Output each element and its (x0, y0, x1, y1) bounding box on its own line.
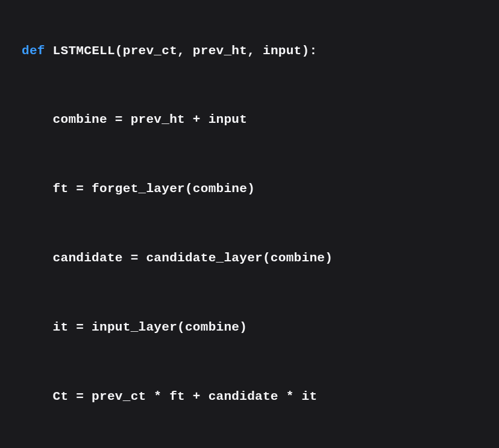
function-signature: LSTMCELL(prev_ct, prev_ht, input): (45, 44, 318, 58)
line-combine: combine = prev_ht + input (22, 110, 477, 130)
line-ft: ft = forget_layer(combine) (22, 179, 477, 199)
gap (22, 81, 477, 90)
keyword-def: def (22, 44, 45, 58)
gap (22, 427, 477, 435)
gap (22, 219, 477, 228)
line-def: def LSTMCELL(prev_ct, prev_ht, input): (22, 41, 477, 61)
line-candidate: candidate = candidate_layer(combine) (22, 248, 477, 269)
gap (22, 151, 477, 159)
gap (22, 288, 477, 297)
line-it: it = input_layer(combine) (22, 317, 477, 338)
line-Ct: Ct = prev_ct * ft + candidate * it (22, 387, 477, 407)
gap (22, 358, 477, 366)
code-block: def LSTMCELL(prev_ct, prev_ht, input): c… (22, 20, 477, 448)
